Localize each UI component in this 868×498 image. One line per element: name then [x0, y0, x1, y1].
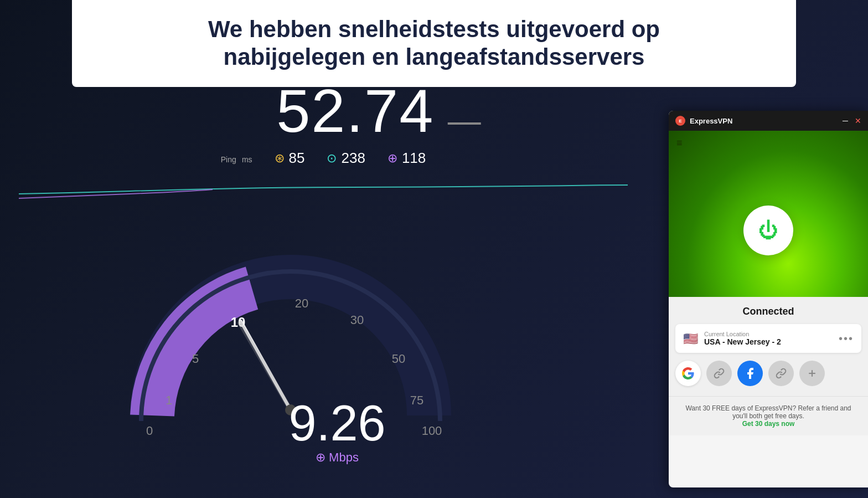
vpn-location-left: 🇺🇸 Current Location USA - New Jersey - 2: [683, 331, 781, 346]
connected-label: Connected: [669, 297, 868, 324]
vpn-header: ≡ ⏻: [669, 131, 868, 297]
vpn-titlebar: E ExpressVPN ─ ✕: [669, 111, 868, 131]
upload-icon: ⊕: [388, 151, 397, 166]
vpn-shortcuts: [669, 353, 868, 394]
jitter-value: 85: [289, 150, 305, 167]
jitter-icon: ⊛: [275, 151, 285, 166]
vpn-title-left: E ExpressVPN: [675, 116, 732, 126]
shortcut-link-1[interactable]: [706, 361, 732, 386]
shortcut-add[interactable]: [799, 361, 825, 386]
vpn-titlebar-controls[interactable]: ─ ✕: [843, 116, 861, 125]
vpn-title-label: ExpressVPN: [690, 117, 732, 125]
current-location-label: Current Location: [704, 331, 781, 337]
ping-row: Ping ms ⊛ 85 ⊙ 238 ⊕ 118: [0, 150, 647, 167]
expressvpn-logo-icon: E: [675, 116, 685, 126]
location-options-button[interactable]: •••: [839, 332, 854, 345]
bottom-speed-value: 9.26: [288, 398, 385, 448]
upload-stat: ⊕ 118: [388, 150, 426, 167]
vpn-body: Connected 🇺🇸 Current Location USA - New …: [669, 297, 868, 435]
download-icon: ⊙: [327, 151, 337, 166]
power-icon: ⏻: [758, 219, 778, 242]
header-banner: We hebben snelheidstests uitgevoerd op n…: [72, 0, 796, 87]
vpn-promo-link[interactable]: Get 30 days now: [742, 420, 795, 428]
bottom-unit-label: Mbps: [329, 450, 359, 465]
close-button[interactable]: ✕: [855, 116, 861, 125]
vpn-menu-icon[interactable]: ≡: [676, 137, 683, 149]
upload-arrow-icon: ⊕: [316, 450, 326, 465]
location-name-value: USA - New Jersey - 2: [704, 337, 781, 346]
bottom-speed-unit: ⊕ Mbps: [28, 450, 647, 465]
speed-display-top: 52.74 —: [111, 80, 647, 141]
ping-label: Ping ms: [221, 151, 252, 166]
vpn-promo-text: Want 30 FREE days of ExpressVPN? Refer a…: [685, 404, 851, 420]
upload-value: 118: [402, 150, 426, 167]
header-title-line1: We hebben snelheidstests uitgevoerd op: [208, 16, 660, 42]
download-stat: ⊙ 238: [327, 150, 365, 167]
bottom-speed-display: 9.26 ⊕ Mbps: [28, 398, 647, 465]
vpn-location-row[interactable]: 🇺🇸 Current Location USA - New Jersey - 2…: [675, 324, 861, 353]
vpn-power-button[interactable]: ⏻: [743, 206, 793, 255]
svg-line-10: [240, 323, 291, 410]
svg-text:5: 5: [192, 352, 199, 366]
expressvpn-panel: E ExpressVPN ─ ✕ ≡ ⏻ Connected 🇺🇸 Curren…: [669, 111, 868, 487]
shortcut-facebook[interactable]: [737, 361, 763, 386]
usa-flag-icon: 🇺🇸: [683, 333, 699, 344]
vpn-location-text: Current Location USA - New Jersey - 2: [704, 331, 781, 346]
download-value: 238: [341, 150, 365, 167]
svg-text:50: 50: [392, 352, 405, 366]
svg-text:30: 30: [350, 313, 364, 327]
vpn-promo: Want 30 FREE days of ExpressVPN? Refer a…: [669, 396, 868, 435]
jitter-stat: ⊛ 85: [275, 150, 305, 167]
shortcut-link-2[interactable]: [768, 361, 794, 386]
header-title-line2: nabijgelegen en langeafstandsservers: [224, 44, 645, 70]
minimize-button[interactable]: ─: [843, 116, 848, 125]
header-title: We hebben snelheidstests uitgevoerd op n…: [105, 16, 763, 71]
shortcut-google[interactable]: [675, 361, 701, 386]
svg-text:20: 20: [295, 296, 308, 310]
